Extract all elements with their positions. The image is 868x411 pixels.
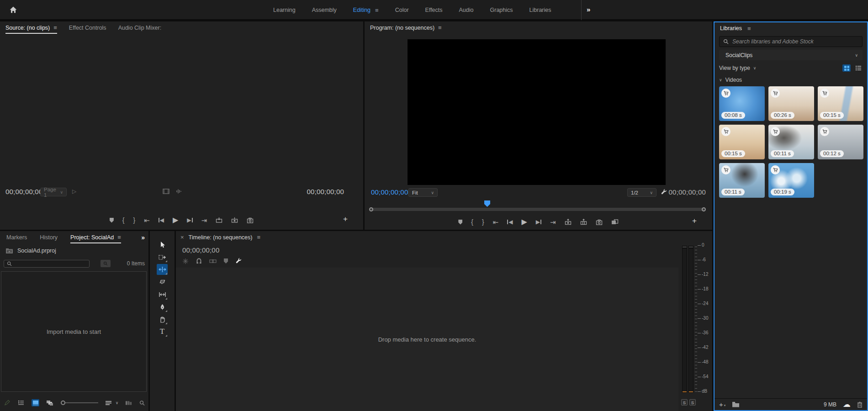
video-thumbnail[interactable]: 00:15 s bbox=[719, 125, 765, 159]
add-marker-icon[interactable] bbox=[224, 258, 228, 263]
extract-icon[interactable] bbox=[580, 219, 587, 225]
drag-audio-only-icon[interactable] bbox=[176, 189, 182, 194]
comparison-view-icon[interactable] bbox=[611, 219, 619, 225]
workspace-menu-icon[interactable]: ≡ bbox=[375, 7, 379, 14]
program-scrubber-bar[interactable] bbox=[370, 208, 705, 211]
program-video-preview[interactable] bbox=[408, 39, 666, 185]
insert-icon[interactable] bbox=[216, 217, 222, 223]
add-marker-icon[interactable] bbox=[458, 220, 462, 225]
tab-source[interactable]: Source: (no clips) ≡ bbox=[5, 21, 57, 34]
thumbnail-zoom-slider[interactable] bbox=[61, 400, 98, 405]
workspace-tab-effects[interactable]: Effects bbox=[425, 7, 443, 13]
add-marker-icon[interactable] bbox=[110, 218, 114, 223]
playback-resolution-select[interactable]: 1/2 ∨ bbox=[627, 188, 656, 197]
mark-out-icon[interactable]: } bbox=[482, 218, 484, 226]
workspace-overflow-button[interactable]: » bbox=[587, 5, 590, 13]
tab-project[interactable]: Project: SocialAd ≡ bbox=[70, 231, 121, 243]
project-panel-menu-icon[interactable]: ≡ bbox=[117, 234, 121, 241]
scrubber-right-handle[interactable] bbox=[702, 207, 706, 211]
icon-view-button[interactable] bbox=[32, 399, 39, 406]
video-thumbnail[interactable]: 00:12 s bbox=[818, 125, 863, 159]
delete-trash-icon[interactable] bbox=[857, 401, 863, 408]
export-frame-icon[interactable] bbox=[596, 219, 603, 225]
export-frame-icon[interactable] bbox=[247, 217, 254, 223]
cloud-sync-icon[interactable]: ☁ bbox=[843, 400, 851, 408]
timeline-playhead-timecode[interactable]: 00;00;00;00 bbox=[182, 246, 219, 254]
play-button[interactable]: ▶ bbox=[522, 218, 527, 226]
workspace-tab-libraries[interactable]: Libraries bbox=[529, 7, 551, 13]
step-forward-icon[interactable]: ▶ bbox=[536, 219, 541, 225]
video-thumbnail[interactable]: 00:11 s bbox=[768, 125, 814, 159]
type-tool[interactable]: T bbox=[157, 326, 168, 337]
library-select[interactable]: SocialClips ∨ bbox=[719, 50, 863, 60]
libraries-search-box[interactable]: Search libraries and Adobe Stock bbox=[719, 36, 863, 47]
drag-video-only-icon[interactable] bbox=[163, 189, 169, 194]
program-settings-wrench-icon[interactable] bbox=[661, 189, 667, 195]
workspace-tab-color[interactable]: Color bbox=[395, 7, 409, 13]
step-back-icon[interactable]: ◀ bbox=[507, 219, 513, 225]
video-thumbnail[interactable]: 00:19 s bbox=[768, 163, 814, 198]
project-writable-icon[interactable] bbox=[4, 399, 11, 406]
workspace-tab-audio[interactable]: Audio bbox=[459, 7, 474, 13]
scrubber-left-handle[interactable] bbox=[369, 207, 373, 211]
list-view-button[interactable] bbox=[17, 399, 25, 406]
go-to-out-icon[interactable]: ⇥ bbox=[201, 217, 207, 224]
selection-tool[interactable] bbox=[157, 239, 168, 250]
project-search-input[interactable] bbox=[4, 260, 90, 268]
pen-tool[interactable] bbox=[157, 301, 168, 312]
search-bin-button[interactable] bbox=[101, 260, 111, 267]
source-button-editor-plus[interactable]: + bbox=[343, 215, 348, 224]
program-button-editor-plus[interactable]: + bbox=[692, 216, 697, 226]
tab-libraries-label[interactable]: Libraries bbox=[720, 25, 742, 32]
automate-to-sequence-icon[interactable] bbox=[125, 400, 132, 406]
freeform-view-button[interactable] bbox=[46, 399, 54, 406]
timeline-panel-menu-icon[interactable]: ≡ bbox=[257, 234, 260, 241]
program-zoom-select[interactable]: Fit ∨ bbox=[408, 188, 438, 197]
lift-icon[interactable] bbox=[565, 219, 572, 225]
list-view-button[interactable] bbox=[854, 64, 863, 72]
go-to-in-icon[interactable]: ⇤ bbox=[144, 217, 150, 224]
libraries-panel-menu-icon[interactable]: ≡ bbox=[747, 25, 751, 32]
timeline-drop-zone[interactable]: Drop media here to create sequence. bbox=[176, 268, 678, 411]
mark-in-icon[interactable]: { bbox=[122, 216, 125, 224]
slip-tool[interactable] bbox=[157, 289, 168, 300]
workspace-tab-editing[interactable]: Editing bbox=[353, 7, 370, 13]
close-icon[interactable]: × bbox=[180, 234, 184, 241]
tab-audio-clip-mixer[interactable]: Audio Clip Mixer: bbox=[118, 21, 161, 34]
tab-history[interactable]: History bbox=[40, 231, 58, 243]
video-thumbnail[interactable]: 00:08 s bbox=[719, 86, 765, 121]
source-page-select[interactable]: Page 1 ∨ bbox=[40, 188, 67, 196]
tab-timeline-label[interactable]: Timeline: (no sequences) bbox=[189, 234, 253, 241]
sort-order-dropdown[interactable]: ∨ bbox=[105, 400, 119, 406]
grid-view-button[interactable] bbox=[842, 64, 851, 72]
program-current-timecode[interactable]: 00;00;00;00 bbox=[371, 188, 408, 196]
tab-markers[interactable]: Markers bbox=[6, 231, 27, 243]
timeline-display-settings-wrench-icon[interactable] bbox=[235, 258, 242, 264]
play-button[interactable]: ▶ bbox=[173, 216, 178, 224]
go-to-in-icon[interactable]: ⇤ bbox=[493, 219, 499, 226]
snap-magnet-icon[interactable] bbox=[196, 258, 202, 264]
new-group-folder-icon[interactable] bbox=[732, 401, 740, 407]
mark-out-icon[interactable]: } bbox=[133, 216, 136, 224]
overwrite-icon[interactable] bbox=[231, 217, 238, 223]
home-button[interactable] bbox=[7, 4, 19, 16]
video-thumbnail[interactable]: 00:11 s bbox=[719, 163, 765, 198]
zoom-slider-knob[interactable] bbox=[61, 400, 65, 405]
project-bin-area[interactable]: Import media to start bbox=[1, 271, 147, 392]
hand-tool[interactable] bbox=[157, 314, 168, 325]
video-thumbnail[interactable]: 00:26 s bbox=[768, 86, 814, 121]
tab-program[interactable]: Program: (no sequences) ≡ bbox=[370, 21, 442, 34]
videos-section-header[interactable]: ∨ Videos bbox=[715, 74, 867, 85]
source-page-flag-icon[interactable]: ▷ bbox=[72, 188, 76, 195]
find-icon[interactable] bbox=[139, 400, 145, 406]
project-tab-overflow-button[interactable]: » bbox=[141, 234, 144, 241]
workspace-tab-graphics[interactable]: Graphics bbox=[490, 7, 513, 13]
new-library-item-button[interactable]: + ▾ bbox=[719, 402, 725, 407]
solo-right-button[interactable]: S bbox=[689, 399, 696, 406]
mark-in-icon[interactable]: { bbox=[471, 218, 473, 226]
track-select-forward-tool[interactable] bbox=[157, 252, 168, 263]
ripple-edit-tool[interactable] bbox=[157, 264, 168, 275]
linked-selection-icon[interactable] bbox=[209, 258, 217, 264]
view-by-type-dropdown[interactable]: View by type ∨ bbox=[719, 65, 756, 71]
source-panel-menu-icon[interactable]: ≡ bbox=[53, 24, 57, 31]
